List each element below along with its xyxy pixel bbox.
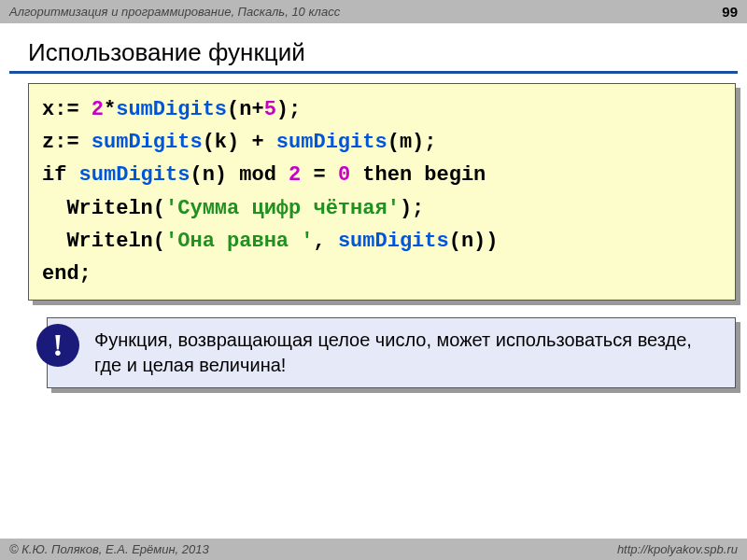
course-title: Алгоритмизация и программирование, Паска…	[9, 5, 340, 19]
info-content: ! Функция, возвращающая целое число, мож…	[47, 317, 736, 388]
code-line-5: Writeln('Она равна ', sumDigits(n))	[42, 225, 722, 258]
code-block: x:= 2*sumDigits(n+5);z:= sumDigits(k) + …	[28, 83, 736, 301]
slide-title: Использование функций	[9, 23, 738, 74]
code-line-1: x:= 2*sumDigits(n+5);	[42, 93, 722, 126]
code-content: x:= 2*sumDigits(n+5);z:= sumDigits(k) + …	[28, 83, 736, 301]
slide-header: Алгоритмизация и программирование, Паска…	[0, 0, 747, 23]
code-line-3: if sumDigits(n) mod 2 = 0 then begin	[42, 159, 722, 191]
code-line-4: Writeln('Сумма цифр чётная');	[42, 192, 722, 225]
info-text: Функция, возвращающая целое число, может…	[94, 329, 692, 375]
info-box: ! Функция, возвращающая целое число, мож…	[47, 317, 736, 388]
footer-authors: © К.Ю. Поляков, Е.А. Ерёмин, 2013	[9, 542, 209, 556]
exclamation-icon: !	[36, 324, 79, 367]
footer-url: http://kpolyakov.spb.ru	[617, 542, 738, 556]
slide-footer: © К.Ю. Поляков, Е.А. Ерёмин, 2013 http:/…	[0, 539, 747, 560]
page-number: 99	[722, 4, 738, 20]
code-line-6: end;	[42, 258, 722, 290]
code-line-2: z:= sumDigits(k) + sumDigits(m);	[42, 126, 722, 159]
